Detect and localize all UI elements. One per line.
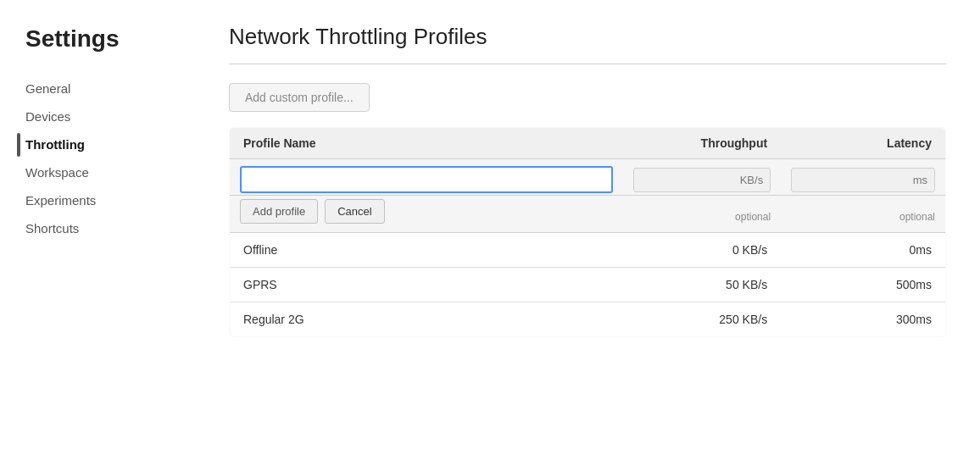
row-throughput: 250 KB/s xyxy=(623,302,781,337)
table-header-row: Profile Name Throughput Latency xyxy=(230,128,946,159)
throughput-optional-label: optional xyxy=(623,196,781,233)
profiles-table: Profile Name Throughput Latency xyxy=(229,127,946,337)
sidebar-item-throttling[interactable]: Throttling xyxy=(25,132,195,157)
row-name: Regular 2G xyxy=(230,302,624,337)
add-profile-button[interactable]: Add profile xyxy=(240,199,318,224)
action-buttons: Add profile Cancel xyxy=(240,199,613,224)
row-latency: 300ms xyxy=(781,302,945,337)
sidebar-link-throttling[interactable]: Throttling xyxy=(25,132,195,157)
table-row: Offline 0 KB/s 0ms xyxy=(230,233,946,268)
row-throughput: 0 KB/s xyxy=(623,233,781,268)
sidebar: Settings General Devices Throttling Work… xyxy=(0,0,195,471)
row-throughput: 50 KB/s xyxy=(623,268,781,302)
sidebar-link-general[interactable]: General xyxy=(25,76,195,101)
latency-input[interactable] xyxy=(791,168,935,192)
throughput-cell xyxy=(623,159,781,196)
col-header-throughput: Throughput xyxy=(623,128,781,159)
add-custom-profile-button[interactable]: Add custom profile... xyxy=(229,83,370,112)
table-row: GPRS 50 KB/s 500ms xyxy=(230,268,946,302)
row-name: GPRS xyxy=(230,268,624,302)
sidebar-link-devices[interactable]: Devices xyxy=(25,104,195,129)
latency-optional-label: optional xyxy=(781,196,945,233)
row-latency: 500ms xyxy=(781,268,945,302)
sidebar-item-devices[interactable]: Devices xyxy=(25,104,195,129)
sidebar-nav: General Devices Throttling Workspace Exp… xyxy=(25,76,195,241)
sidebar-item-shortcuts[interactable]: Shortcuts xyxy=(25,216,195,241)
sidebar-item-experiments[interactable]: Experiments xyxy=(25,188,195,213)
throughput-input[interactable] xyxy=(633,168,771,192)
col-header-name: Profile Name xyxy=(230,128,624,159)
sidebar-item-general[interactable]: General xyxy=(25,76,195,101)
page-title: Network Throttling Profiles xyxy=(229,24,946,50)
col-header-latency: Latency xyxy=(781,128,945,159)
cancel-button[interactable]: Cancel xyxy=(325,199,384,224)
sidebar-link-shortcuts[interactable]: Shortcuts xyxy=(25,216,195,241)
row-name: Offline xyxy=(230,233,624,268)
sidebar-title: Settings xyxy=(25,25,195,53)
sidebar-item-workspace[interactable]: Workspace xyxy=(25,160,195,185)
optional-labels-row: Add profile Cancel optional optional xyxy=(230,196,946,233)
row-latency: 0ms xyxy=(781,233,945,268)
sidebar-link-workspace[interactable]: Workspace xyxy=(25,160,195,185)
sidebar-link-experiments[interactable]: Experiments xyxy=(25,188,195,213)
profile-name-input[interactable] xyxy=(240,166,613,193)
profile-name-cell xyxy=(230,159,624,196)
new-profile-input-row xyxy=(230,159,946,196)
section-divider xyxy=(229,64,946,64)
latency-cell xyxy=(781,159,945,196)
main-content: Network Throttling Profiles Add custom p… xyxy=(195,0,980,471)
table-row: Regular 2G 250 KB/s 300ms xyxy=(230,302,946,337)
action-cell: Add profile Cancel xyxy=(230,196,624,233)
